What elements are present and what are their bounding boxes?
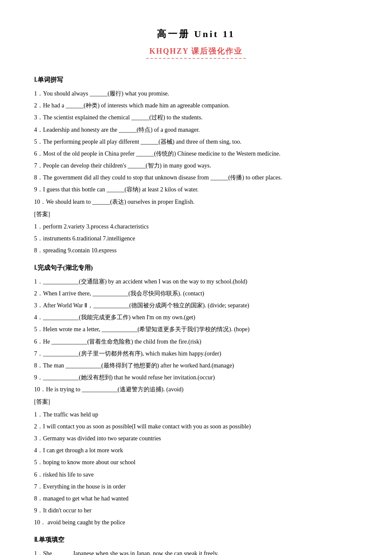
list-item: 1．You should always ______(履行) what you … [34,88,358,99]
list-item: 6．risked his life to save [34,469,358,480]
list-item: 8．managed to get what he had wanted [34,493,358,504]
list-item: 4．Leadership and honesty are the ______(… [34,124,358,135]
section2-title: Ⅰ.完成句子(湖北专用) [34,262,358,274]
section2-questions: 1．____________(交通阻塞) by an accident when… [34,276,358,395]
list-item: 2．I will contact you as soon as possible… [34,421,358,432]
list-item: 9．I guess that this bottle can ______(容纳… [34,184,358,195]
section2-answers: 1．The traffic was held up2．I will contac… [34,409,358,528]
list-item: 9．____________(她没有想到) that he would refu… [34,372,358,383]
list-item: 8．The government did all they could to s… [34,172,358,183]
section1: Ⅰ.单词拼写 1．You should always ______(履行) wh… [34,74,358,256]
list-item: 10．He is trying to ____________(逃避警方的追捕)… [34,384,358,395]
list-item: 5．instruments 6.traditional 7.intelligen… [34,233,358,244]
list-item: 8．The man ____________(最终得到了他想要的) after … [34,360,358,371]
list-item: 8．spreading 9.contain 10.express [34,245,358,256]
list-item: 5．hoping to know more about our school [34,457,358,468]
question-block: 1．She ______ Japanese when she was in Ja… [34,548,358,555]
section3: Ⅱ.单项填空 1．She ______ Japanese when she wa… [34,534,358,555]
list-item: 3．Germany was divided into two separate … [34,433,358,444]
list-item: 6．He ____________(冒着生命危险救) the child fro… [34,336,358,347]
list-item: 5．Helen wrote me a letter, ____________(… [34,324,358,335]
list-item: 10．We should learn to ______(表达) ourselv… [34,197,358,207]
section3-title: Ⅱ.单项填空 [34,534,358,546]
list-item: 4．I can get through a lot more work [34,445,358,456]
list-item: 3．The scientist explained the chemical _… [34,112,358,123]
list-item: 7．____________(房子里一切都井然有序), which makes … [34,348,358,359]
section1-answers-label: [答案] [34,209,358,220]
main-title: 高一册 Unit 11 [34,26,358,43]
list-item: 2．He had a ______(种类) of interests which… [34,100,358,111]
list-item: 7．People can develop their children's __… [34,160,358,171]
list-item: 1．____________(交通阻塞) by an accident when… [34,276,358,287]
section2-answers-label: [答案] [34,396,358,407]
list-item: 10． avoid being caught by the police [34,517,358,528]
list-item: 1．The traffic was held up [34,409,358,420]
list-item: 6．Most of the old people in China prefer… [34,148,358,159]
list-item: 3．After World War Ⅱ，____________(德国被分成两个… [34,300,358,311]
list-item: 1．She ______ Japanese when she was in Ja… [34,548,358,555]
section1-answers: 1．perform 2.variety 3.process 4.characte… [34,221,358,256]
list-item: 9．It didn't occur to her [34,505,358,516]
section2: Ⅰ.完成句子(湖北专用) 1．____________(交通阻塞) by an … [34,262,358,528]
section3-questions: 1．She ______ Japanese when she was in Ja… [34,548,358,555]
sub-title: KHQHZY 课后强化作业 [146,44,246,59]
list-item: 5．The performing people all play differe… [34,136,358,147]
list-item: 2．When I arrive there, ____________(我会尽快… [34,288,358,299]
list-item: 7．Everything in the house is in order [34,481,358,492]
list-item: 4．____________(我能完成更多工作) when I'm on my … [34,312,358,323]
section1-questions: 1．You should always ______(履行) what you … [34,88,358,207]
page-title: 高一册 Unit 11 KHQHZY 课后强化作业 [34,26,358,66]
section1-title: Ⅰ.单词拼写 [34,74,358,86]
list-item: 1．perform 2.variety 3.process 4.characte… [34,221,358,232]
